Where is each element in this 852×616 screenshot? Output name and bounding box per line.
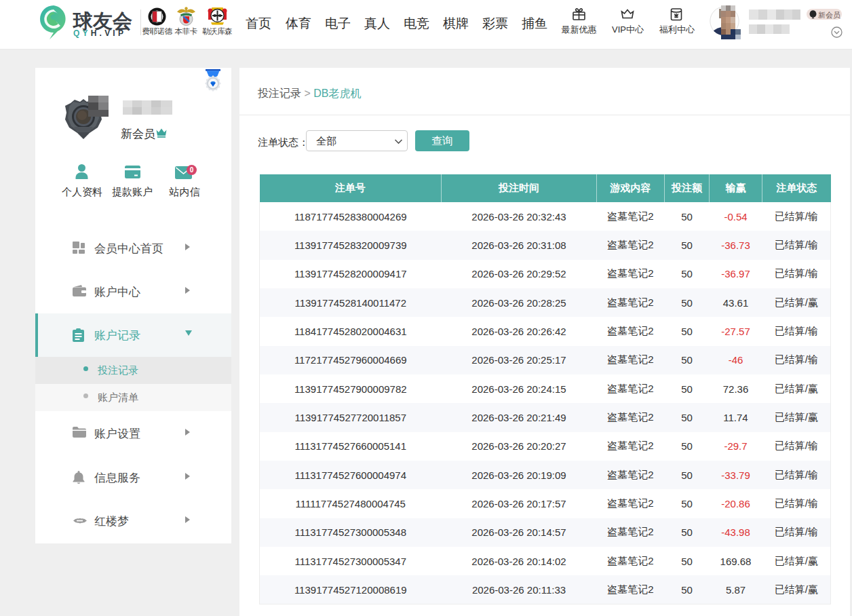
svg-text:0: 0 — [190, 166, 194, 174]
